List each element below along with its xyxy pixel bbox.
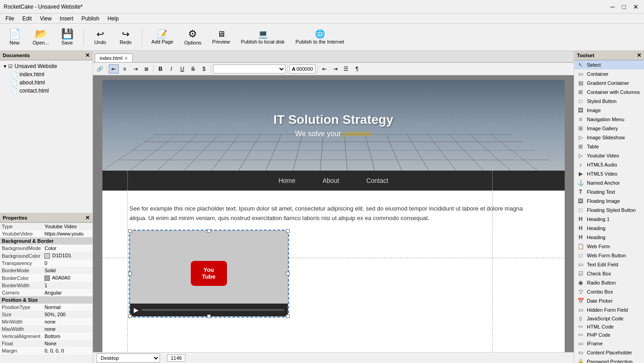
menu-view[interactable]: View <box>36 15 55 23</box>
prop-margin-value[interactable]: 0, 0, 0, 0 <box>43 347 92 354</box>
toolset-iframe[interactable]: ▭ IFrame <box>574 339 644 348</box>
underline-button[interactable]: U <box>177 64 187 74</box>
toolset-content-placeholder[interactable]: ▭ Content Placeholder <box>574 348 644 357</box>
toolset-named-anchor[interactable]: ⚓ Named Anchor <box>574 178 644 187</box>
menu-help[interactable]: Help <box>104 15 122 23</box>
handle-top-right[interactable] <box>286 229 290 233</box>
tree-root-website[interactable]: ▾ ☑ Unsaved Website <box>2 62 91 70</box>
nav-about[interactable]: About <box>323 177 339 184</box>
prop-size-value[interactable]: 50%, 200 <box>43 311 92 318</box>
text-color-button[interactable]: A 000000 <box>290 64 315 74</box>
toolset-javascript-code[interactable]: {} JavaScript Code <box>574 314 644 323</box>
properties-close-button[interactable]: ✕ <box>85 215 90 221</box>
youtube-play-button[interactable]: ▶ <box>134 306 139 314</box>
toolset-heading1[interactable]: H Heading 1 <box>574 215 644 224</box>
maximize-button[interactable]: □ <box>620 3 628 10</box>
para-button[interactable]: ¶ <box>352 64 362 74</box>
toolset-container-columns[interactable]: ⊞ Container with Columns <box>574 88 644 97</box>
italic-button[interactable]: I <box>166 64 176 74</box>
menu-publish[interactable]: Publish <box>78 15 103 23</box>
toolset-floating-image[interactable]: 🖼 Floating Image <box>574 196 644 206</box>
menu-file[interactable]: File <box>2 15 18 23</box>
toolset-floating-styled-button[interactable]: □ Floating Styled Button <box>574 206 644 215</box>
toolset-navigation-menu[interactable]: ≡ Navigation Menu <box>574 115 644 124</box>
toolset-table[interactable]: ⊞ Table <box>574 142 644 151</box>
tree-item-about[interactable]: 📄 about.html <box>2 78 91 87</box>
prop-bordercolor-value[interactable]: A0A0A0 <box>43 274 92 282</box>
strikethrough-button[interactable]: S <box>188 64 198 74</box>
publish-internet-button[interactable]: 🌐 Publish to the Internet <box>292 28 348 46</box>
toolset-select[interactable]: ↖ Select <box>574 60 644 69</box>
toolset-styled-button[interactable]: □ Styled Button <box>574 97 644 106</box>
tree-item-contact[interactable]: 📄 contact.html <box>2 87 91 95</box>
toolset-web-form[interactable]: 📋 Web Form <box>574 242 644 251</box>
youtube-embed[interactable]: YouTube ▶ <box>130 231 288 317</box>
tree-item-index[interactable]: 📄 index.html <box>2 70 91 78</box>
toolset-password-protection[interactable]: 🔒 Password Protection <box>574 357 644 363</box>
toolset-heading3[interactable]: H Heading <box>574 233 644 242</box>
toolset-web-form-button[interactable]: □ Web Form Button <box>574 251 644 260</box>
prop-borderwidth-value[interactable]: 1 <box>43 282 92 289</box>
align-left-button[interactable]: ⇤ <box>109 64 119 74</box>
toolset-container[interactable]: ▭ Container <box>574 69 644 78</box>
prop-corners-value[interactable]: Angular <box>43 289 92 296</box>
prop-bgmode-value[interactable]: Color <box>43 245 92 252</box>
font-selector[interactable] <box>213 64 286 74</box>
handle-bottom-right[interactable] <box>286 314 290 318</box>
add-page-button[interactable]: 📝 Add Page <box>148 28 177 46</box>
menu-edit[interactable]: Edit <box>19 15 35 23</box>
align-center-button[interactable]: ≡ <box>120 64 130 74</box>
toolset-image-gallery[interactable]: ⊞ Image Gallery <box>574 124 644 133</box>
options-button[interactable]: ⚙ Options <box>180 27 205 47</box>
documents-close-button[interactable]: ✕ <box>85 52 90 59</box>
nav-contact[interactable]: Contact <box>366 177 388 184</box>
prop-postype-value[interactable]: Normal <box>43 304 92 311</box>
toolset-hidden-form-field[interactable]: ▭ Hidden Form Field <box>574 305 644 314</box>
toolset-youtube-video[interactable]: ▷ Youtube Video <box>574 151 644 160</box>
handle-middle-left[interactable] <box>128 272 132 275</box>
link-button[interactable]: 🔗 <box>95 64 105 74</box>
toolset-html5-audio[interactable]: ♪ HTML5 Audio <box>574 160 644 169</box>
prop-valign-value[interactable]: Bottom <box>43 333 92 340</box>
handle-top-left[interactable] <box>128 229 132 233</box>
toolset-html-code[interactable]: <> HTML Code <box>574 323 644 331</box>
toolset-text-edit-field[interactable]: ▭ Text Edit Field <box>574 260 644 269</box>
menu-insert[interactable]: Insert <box>56 15 77 23</box>
align-justify-button[interactable]: ≣ <box>141 64 151 74</box>
preview-button[interactable]: 🖥 Preview <box>208 28 233 46</box>
prop-url-value[interactable]: https://www.youtu <box>43 230 92 237</box>
new-button[interactable]: 📄 New <box>4 27 25 47</box>
save-button[interactable]: 💾 Save <box>56 27 78 47</box>
toolset-html5-video[interactable]: ▶ HTML5 Video <box>574 169 644 178</box>
undo-button[interactable]: ↩ Undo <box>89 28 111 47</box>
tab-index-html[interactable]: index.html ✕ <box>95 54 133 62</box>
prop-maxwidth-value[interactable]: none <box>43 325 92 333</box>
prop-bordermode-value[interactable]: Solid <box>43 267 92 274</box>
close-button[interactable]: ✕ <box>631 3 640 10</box>
tab-close-button[interactable]: ✕ <box>124 56 128 61</box>
toolset-image[interactable]: 🖼 Image <box>574 106 644 115</box>
prop-minwidth-value[interactable]: none <box>43 318 92 325</box>
toolset-check-box[interactable]: ☑ Check Box <box>574 269 644 278</box>
prop-transparency-value[interactable]: 0 <box>43 260 92 267</box>
nav-home[interactable]: Home <box>278 177 295 184</box>
toolset-php-code[interactable]: <> PHP Code <box>574 331 644 339</box>
handle-bottom-left[interactable] <box>128 314 132 318</box>
toolset-gradient-container[interactable]: ▤ Gradient Container <box>574 78 644 88</box>
currency-button[interactable]: $ <box>199 64 209 74</box>
indent-right-button[interactable]: ⇥ <box>330 64 340 74</box>
list-button[interactable]: ☰ <box>341 64 351 74</box>
toolset-image-slideshow[interactable]: ▷ Image Slideshow <box>574 133 644 142</box>
handle-top-middle[interactable] <box>207 229 211 233</box>
publish-local-button[interactable]: 💻 Publish to local disk <box>237 28 288 46</box>
prop-float-value[interactable]: None <box>43 340 92 347</box>
redo-button[interactable]: ↪ Redo <box>115 28 136 47</box>
handle-middle-right[interactable] <box>286 272 290 275</box>
handle-bottom-middle[interactable] <box>207 314 211 318</box>
canvas-wrapper[interactable]: IT Solution Strategy We solve your probl… <box>93 75 574 352</box>
window-controls[interactable]: ─ □ ✕ <box>609 3 640 10</box>
toolset-heading2[interactable]: H Heading <box>574 224 644 233</box>
youtube-progress-bar[interactable] <box>141 309 284 311</box>
toolset-close-button[interactable]: ✕ <box>637 52 641 59</box>
align-right-button[interactable]: ⇥ <box>131 64 140 74</box>
